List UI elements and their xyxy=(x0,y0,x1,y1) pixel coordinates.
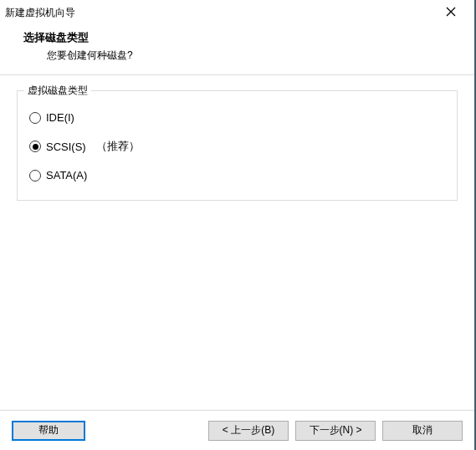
radio-label-sata: SATA(A) xyxy=(46,169,87,182)
next-button[interactable]: 下一步(N) > xyxy=(295,421,376,441)
content-area: 虚拟磁盘类型 IDE(I) SCSI(S) （推荐） SATA(A) xyxy=(0,75,474,410)
radio-option-sata[interactable]: SATA(A) xyxy=(29,169,445,182)
radio-icon xyxy=(29,170,41,182)
page-subtitle: 您要创建何种磁盘? xyxy=(0,49,474,63)
wizard-footer: 帮助 < 上一步(B) 下一步(N) > 取消 xyxy=(0,410,474,450)
back-button[interactable]: < 上一步(B) xyxy=(208,421,289,441)
cancel-button[interactable]: 取消 xyxy=(382,421,463,441)
disk-type-fieldset: 虚拟磁盘类型 IDE(I) SCSI(S) （推荐） SATA(A) xyxy=(17,90,458,201)
page-title: 选择磁盘类型 xyxy=(0,30,474,45)
close-icon xyxy=(446,7,456,19)
radio-option-scsi[interactable]: SCSI(S) （推荐） xyxy=(29,139,445,154)
close-button[interactable] xyxy=(434,1,468,24)
radio-label-scsi: SCSI(S) xyxy=(46,141,86,153)
help-button[interactable]: 帮助 xyxy=(12,421,85,441)
window-title: 新建虚拟机向导 xyxy=(5,6,75,20)
fieldset-legend: 虚拟磁盘类型 xyxy=(24,84,91,98)
radio-icon xyxy=(29,141,41,152)
titlebar: 新建虚拟机向导 xyxy=(0,0,474,25)
radio-icon xyxy=(29,112,41,124)
radio-suffix-recommended: （推荐） xyxy=(96,139,140,154)
wizard-header: 选择磁盘类型 您要创建何种磁盘? xyxy=(0,25,474,74)
radio-label-ide: IDE(I) xyxy=(46,111,74,124)
radio-option-ide[interactable]: IDE(I) xyxy=(29,111,445,124)
